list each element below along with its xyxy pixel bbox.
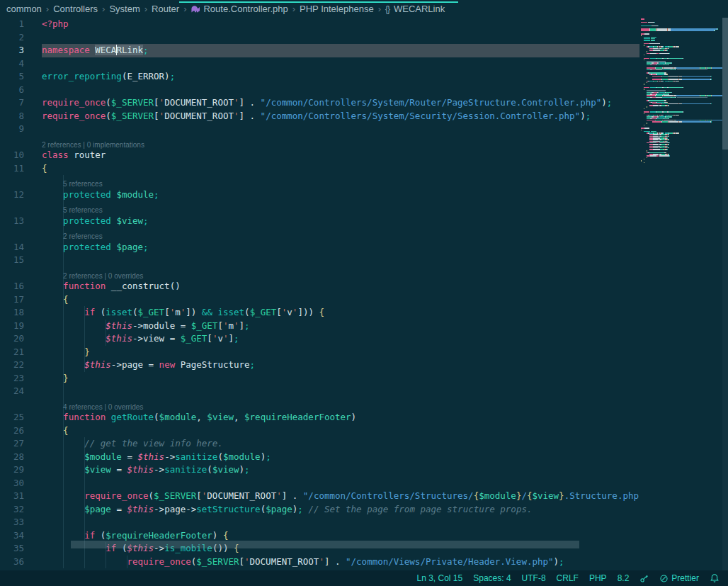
line-number[interactable]: 27: [0, 437, 24, 451]
code-line[interactable]: 16 function __construct(): [0, 280, 639, 293]
code-line[interactable]: 17 {: [0, 293, 639, 307]
line-number[interactable]: 20: [0, 332, 24, 346]
line-number[interactable]: 7: [0, 96, 24, 110]
code-line[interactable]: 25 function getRoute($module, $view, $re…: [0, 411, 639, 424]
line-number[interactable]: 5: [0, 70, 24, 84]
statusbar-indentation[interactable]: Spaces: 4: [473, 573, 511, 583]
code-line[interactable]: 36 require_once($_SERVER['DOCUMENT_ROOT'…: [0, 556, 639, 569]
line-number[interactable]: 9: [0, 123, 24, 136]
line-number[interactable]: 23: [0, 372, 24, 385]
code-line-text: function getRoute($module, $view, $requi…: [42, 411, 356, 424]
line-number[interactable]: 30: [0, 477, 24, 490]
minimap[interactable]: [639, 18, 722, 570]
code-line-text: {: [42, 293, 69, 307]
code-line-text: <?php: [42, 18, 69, 31]
line-number[interactable]: 4: [0, 57, 24, 71]
breadcrumb-item-router[interactable]: Router: [152, 4, 179, 14]
code-editor[interactable]: 1<?php23namespace WECARLink;45error_repo…: [0, 18, 639, 570]
line-number[interactable]: 21: [0, 346, 24, 359]
code-line[interactable]: 21 }: [0, 346, 639, 359]
line-number[interactable]: 22: [0, 359, 24, 372]
line-number[interactable]: 36: [0, 556, 24, 569]
code-line[interactable]: 12 protected $module;: [0, 188, 639, 202]
line-number[interactable]: 31: [0, 490, 24, 503]
statusbar-notifications[interactable]: [710, 573, 720, 583]
code-line[interactable]: 32 $page = $this->page->setStructure($pa…: [0, 503, 639, 517]
code-line[interactable]: 27 // get the view info here.: [0, 437, 639, 451]
code-line[interactable]: 5error_reporting(E_ERROR);: [0, 70, 639, 84]
statusbar-license-key[interactable]: [639, 574, 649, 583]
statusbar-eol[interactable]: CRLF: [557, 573, 579, 583]
vertical-scrollbar[interactable]: [722, 18, 728, 570]
line-number[interactable]: 26: [0, 424, 24, 438]
line-number[interactable]: 17: [0, 293, 24, 307]
code-line[interactable]: 15: [0, 254, 639, 267]
code-line[interactable]: 10class router: [0, 149, 639, 162]
statusbar-prettier[interactable]: Prettier: [659, 573, 699, 583]
code-line[interactable]: 7require_once($_SERVER['DOCUMENT_ROOT'] …: [0, 96, 639, 110]
code-line[interactable]: 4: [0, 57, 639, 71]
line-number[interactable]: 19: [0, 320, 24, 333]
code-line[interactable]: 6: [0, 84, 639, 97]
horizontal-scrollbar-thumb[interactable]: [71, 541, 579, 548]
code-line[interactable]: 8require_once($_SERVER['DOCUMENT_ROOT'] …: [0, 110, 639, 123]
statusbar-encoding[interactable]: UTF-8: [522, 573, 546, 583]
line-number[interactable]: 13: [0, 215, 24, 228]
code-line[interactable]: 24: [0, 385, 639, 398]
code-line[interactable]: 9: [0, 123, 639, 136]
code-line[interactable]: 26 {: [0, 424, 639, 438]
line-number[interactable]: 24: [0, 385, 24, 398]
code-line[interactable]: 18 if (isset($_GET['m']) && isset($_GET[…: [0, 306, 639, 320]
breadcrumb-item-file[interactable]: Route.Controller.php: [190, 4, 288, 14]
code-line[interactable]: 19 $this->module = $_GET['m'];: [0, 320, 639, 333]
line-number[interactable]: 3: [0, 44, 24, 57]
code-line[interactable]: 3namespace WECARLink;: [0, 44, 639, 57]
code-line[interactable]: 2: [0, 31, 639, 45]
line-number[interactable]: 2: [0, 31, 24, 45]
breadcrumb-item-common[interactable]: common: [6, 4, 42, 14]
line-number[interactable]: 8: [0, 110, 24, 123]
statusbar-cursor-position[interactable]: Ln 3, Col 15: [417, 573, 463, 583]
line-number[interactable]: 33: [0, 516, 24, 529]
code-line[interactable]: 33: [0, 516, 639, 529]
codelens-row: 4 references | 0 overrides: [0, 398, 639, 412]
line-number[interactable]: 18: [0, 306, 24, 320]
line-number[interactable]: 6: [0, 84, 24, 97]
code-line[interactable]: 1<?php: [0, 18, 639, 31]
statusbar-php-version[interactable]: 8.2: [618, 573, 630, 583]
code-line[interactable]: 13 protected $view;: [0, 215, 639, 228]
breadcrumb-item-extension[interactable]: PHP Intelephense: [300, 4, 374, 14]
line-number[interactable]: 1: [0, 18, 24, 31]
line-number[interactable]: 25: [0, 411, 24, 424]
line-number[interactable]: 35: [0, 542, 24, 556]
code-line-text: {: [42, 424, 69, 438]
breadcrumb-item-controllers[interactable]: Controllers: [53, 4, 98, 14]
line-number[interactable]: 29: [0, 463, 24, 477]
code-line[interactable]: 14 protected $page;: [0, 241, 639, 254]
code-line[interactable]: 29 $view = $this->sanitize($view);: [0, 463, 639, 477]
code-line[interactable]: 20 $this->view = $_GET['v'];: [0, 332, 639, 346]
line-number[interactable]: 10: [0, 149, 24, 162]
line-number[interactable]: 15: [0, 254, 24, 267]
line-number[interactable]: 32: [0, 503, 24, 517]
line-number[interactable]: 34: [0, 529, 24, 543]
line-number[interactable]: 16: [0, 280, 24, 293]
code-line[interactable]: 23 }: [0, 372, 639, 385]
line-number[interactable]: 28: [0, 451, 24, 464]
breadcrumb-item-system[interactable]: System: [109, 4, 140, 14]
code-line[interactable]: 11{: [0, 162, 639, 176]
code-line[interactable]: 30: [0, 477, 639, 490]
active-tab-indicator: [179, 1, 458, 3]
line-number[interactable]: 14: [0, 241, 24, 254]
vertical-scrollbar-thumb[interactable]: [722, 18, 728, 150]
key-icon: [639, 574, 649, 583]
statusbar-language-mode[interactable]: PHP: [589, 573, 607, 583]
code-line[interactable]: 28 $module = $this->sanitize($module);: [0, 451, 639, 464]
code-line-text: $this->view = $_GET['v'];: [42, 332, 239, 346]
code-line[interactable]: 22 $this->page = new PageStructure;: [0, 359, 639, 372]
code-line[interactable]: 31 require_once($_SERVER['DOCUMENT_ROOT'…: [0, 490, 639, 503]
line-number[interactable]: 12: [0, 188, 24, 202]
line-number[interactable]: 11: [0, 162, 24, 176]
code-line-text: $module = $this->sanitize($module);: [42, 451, 271, 464]
breadcrumb-item-symbol[interactable]: {}WECARLink: [385, 4, 445, 14]
